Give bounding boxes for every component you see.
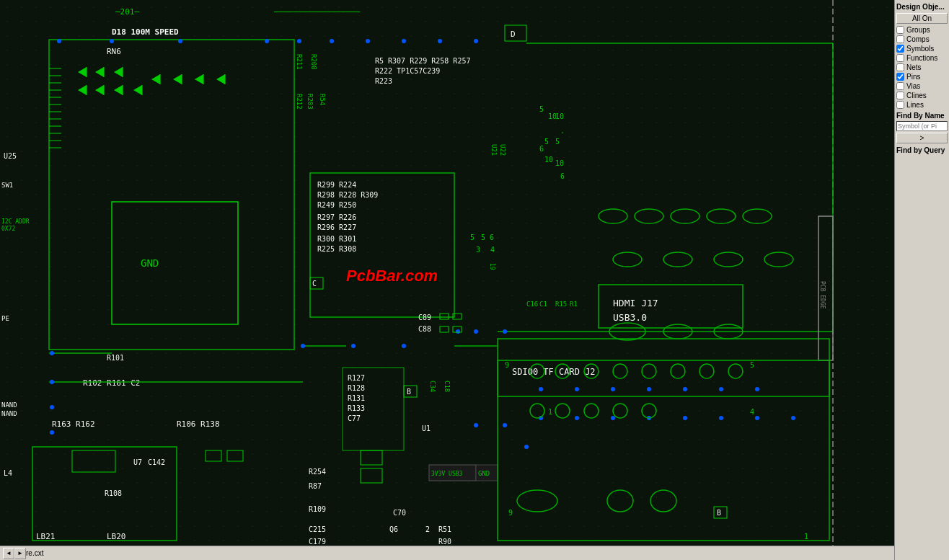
chk-nets[interactable] xyxy=(896,63,904,71)
svg-text:R5 R307 R229 R258 R257: R5 R307 R229 R258 R257 xyxy=(375,57,470,65)
svg-text:C89: C89 xyxy=(418,314,431,321)
svg-text:C88: C88 xyxy=(418,325,431,333)
svg-text:C70: C70 xyxy=(393,509,406,517)
svg-text:R133: R133 xyxy=(348,404,365,412)
svg-text:RN6: RN6 xyxy=(107,47,121,56)
checkbox-row-chk-pins: Pins xyxy=(896,73,948,81)
find-by-name-label: Find By Name xyxy=(896,112,948,120)
checkbox-row-chk-clines: Clines xyxy=(896,92,948,99)
svg-text:6: 6 xyxy=(539,145,544,153)
svg-text:R102 R161 C2: R102 R161 C2 xyxy=(83,378,140,388)
label-chk-lines: Lines xyxy=(906,101,924,109)
svg-text:PCB EDGE: PCB EDGE xyxy=(819,281,826,309)
svg-text:R225  R308: R225 R308 xyxy=(317,245,356,253)
svg-text:C16: C16 xyxy=(526,301,538,308)
svg-text:R109: R109 xyxy=(309,505,326,513)
svg-text:R127: R127 xyxy=(348,374,365,382)
svg-text:C: C xyxy=(312,280,317,288)
svg-text:GND: GND xyxy=(141,257,159,269)
pcb-canvas[interactable]: ─201─ ────────────────── D18 100M SPEED … xyxy=(0,0,894,560)
svg-point-159 xyxy=(719,416,723,420)
label-chk-clines: Clines xyxy=(906,92,927,99)
svg-text:R212: R212 xyxy=(296,94,303,110)
svg-text:R51: R51 xyxy=(438,525,451,533)
checkbox-row-chk-functions: Functions xyxy=(896,54,948,62)
svg-point-132 xyxy=(330,39,334,43)
svg-text:R299  R224: R299 R224 xyxy=(317,181,356,189)
svg-point-148 xyxy=(575,387,579,391)
svg-text:I2C ADDR: I2C ADDR xyxy=(1,218,30,225)
svg-text:D18  100M SPEED: D18 100M SPEED xyxy=(112,27,179,37)
checkbox-row-chk-nets: Nets xyxy=(896,63,948,71)
svg-point-142 xyxy=(351,344,356,348)
all-on-button[interactable]: All On xyxy=(896,13,948,24)
svg-point-145 xyxy=(474,329,478,334)
svg-text:9: 9 xyxy=(505,361,509,369)
scroll-right-button[interactable]: ► xyxy=(14,548,26,559)
chk-functions[interactable] xyxy=(896,54,904,62)
svg-text:.: . xyxy=(560,127,565,135)
svg-point-144 xyxy=(456,329,460,334)
svg-text:R163 R162: R163 R162 xyxy=(52,419,95,429)
svg-text:R128: R128 xyxy=(348,384,365,392)
svg-text:R296  R227: R296 R227 xyxy=(317,223,356,231)
right-panel: Design Obje... All On GroupsCompsSymbols… xyxy=(894,0,949,560)
svg-point-163 xyxy=(503,423,507,427)
find-by-query-label: Find by Query xyxy=(896,146,948,154)
svg-text:5 6: 5 6 xyxy=(481,234,494,241)
chk-vias[interactable] xyxy=(896,82,904,90)
svg-text:C1: C1 xyxy=(539,301,547,308)
svg-text:9: 9 xyxy=(508,509,513,517)
find-input[interactable] xyxy=(896,121,948,131)
label-chk-nets: Nets xyxy=(906,63,922,71)
label-chk-functions: Functions xyxy=(906,54,937,62)
svg-text:NAND: NAND xyxy=(1,401,17,409)
svg-point-156 xyxy=(611,416,615,420)
svg-point-162 xyxy=(474,423,478,427)
filename-label: re.cxt xyxy=(26,549,43,557)
svg-point-147 xyxy=(539,387,543,391)
svg-text:5: 5 xyxy=(539,105,544,113)
svg-text:4: 4 xyxy=(490,246,495,254)
svg-text:SDIO0 TF CARD J2: SDIO0 TF CARD J2 xyxy=(512,367,596,377)
svg-text:R223: R223 xyxy=(375,77,392,85)
svg-point-143 xyxy=(402,344,406,348)
svg-text:L4: L4 xyxy=(4,469,12,477)
svg-text:R15: R15 xyxy=(555,301,567,308)
panel-title: Design Obje... xyxy=(896,3,948,11)
chk-clines[interactable] xyxy=(896,92,904,99)
svg-text:R211: R211 xyxy=(296,54,303,70)
chk-groups[interactable] xyxy=(896,26,904,34)
chk-comps[interactable] xyxy=(896,35,904,43)
svg-point-150 xyxy=(647,387,651,391)
svg-text:C142: C142 xyxy=(148,458,165,466)
svg-text:10: 10 xyxy=(555,112,564,120)
svg-point-160 xyxy=(755,416,759,420)
label-chk-symbols: Symbols xyxy=(906,45,934,53)
label-chk-vias: Vias xyxy=(906,82,920,90)
find-arrow-button[interactable]: > xyxy=(896,133,948,143)
svg-text:C215: C215 xyxy=(309,525,326,533)
scroll-left-button[interactable]: ◄ xyxy=(3,548,14,559)
svg-point-153 xyxy=(755,387,759,391)
chk-lines[interactable] xyxy=(896,101,904,109)
svg-text:R222  TP1C57C239: R222 TP1C57C239 xyxy=(375,67,440,75)
svg-text:U25: U25 xyxy=(4,152,17,160)
svg-point-152 xyxy=(719,387,723,391)
svg-point-138 xyxy=(50,380,54,384)
svg-text:U21: U21 xyxy=(490,144,498,156)
svg-text:R297  R226: R297 R226 xyxy=(317,213,356,221)
svg-text:4: 4 xyxy=(750,408,754,416)
svg-text:10: 10 xyxy=(555,159,564,167)
svg-point-127 xyxy=(57,39,61,43)
svg-text:5: 5 xyxy=(555,138,560,146)
svg-text:0X72: 0X72 xyxy=(1,226,15,232)
checkbox-row-chk-groups: Groups xyxy=(896,26,948,34)
chk-pins[interactable] xyxy=(896,73,904,81)
svg-point-158 xyxy=(683,416,687,420)
svg-text:C77: C77 xyxy=(348,414,361,422)
svg-text:R101: R101 xyxy=(107,354,124,362)
chk-symbols[interactable] xyxy=(896,45,904,53)
svg-text:Q6: Q6 xyxy=(389,525,398,533)
svg-text:R54: R54 xyxy=(319,94,326,105)
